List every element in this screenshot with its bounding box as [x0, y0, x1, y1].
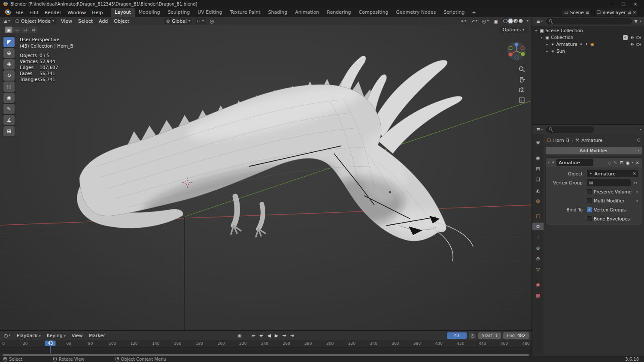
add-modifier-button[interactable]: Add Modifier ▾: [546, 147, 642, 154]
pin-icon[interactable]: ⊙: [637, 138, 641, 142]
outliner-row-collection[interactable]: ▾▣Collection✓: [532, 34, 644, 41]
tool-add-cube[interactable]: ⊞: [3, 126, 15, 136]
workspace-tab-rendering[interactable]: Rendering: [323, 8, 355, 17]
collection-checkbox[interactable]: ✓: [623, 35, 628, 40]
collection-expander-icon[interactable]: ▾: [540, 36, 544, 39]
frame-end-field[interactable]: End 482: [503, 332, 529, 339]
preserve-volume-checkbox[interactable]: [587, 189, 592, 194]
properties-tab-output[interactable]: ▤: [532, 165, 544, 172]
modifier-object-field[interactable]: ✶ Armature ×: [587, 170, 638, 177]
outliner-search-input[interactable]: [555, 19, 629, 24]
outliner-row-scene-collection[interactable]: ▾▣Scene Collection: [532, 27, 644, 34]
workspace-tab-shading[interactable]: Shading: [264, 8, 292, 17]
properties-tab-texture[interactable]: ▦: [532, 291, 544, 299]
show-viewport-toggle[interactable]: ⊡: [619, 160, 623, 165]
close-button[interactable]: ×: [633, 2, 638, 6]
mode-selector[interactable]: ▢ Object Mode ▾: [13, 18, 56, 24]
collection-camera-icon[interactable]: [636, 35, 641, 40]
viewport-menu-object[interactable]: Object: [111, 17, 132, 25]
gizmos-dropdown[interactable]: ↗ ▾: [470, 18, 479, 24]
workspace-tab-uv-editing[interactable]: UV Editing: [194, 8, 226, 17]
show-edit-mode-toggle[interactable]: ✎: [613, 160, 617, 165]
properties-tab-object[interactable]: ▢: [532, 212, 544, 220]
shading-wireframe-button[interactable]: [503, 19, 507, 23]
properties-tab-modifiers[interactable]: ⚙: [532, 223, 544, 230]
orientation-selector[interactable]: ◍ Global ▾: [164, 18, 192, 24]
viewport-menu-add[interactable]: Add: [96, 17, 111, 25]
workspace-tab-compositing[interactable]: Compositing: [355, 8, 392, 17]
modifier-extras-dropdown[interactable]: ▾: [632, 161, 634, 164]
vertex-groups-checkbox[interactable]: ✓: [587, 207, 592, 212]
transport-next-keyframe[interactable]: ↠: [282, 333, 286, 338]
current-frame-field[interactable]: 43: [447, 332, 467, 339]
delete-modifier-button[interactable]: ×: [635, 160, 640, 165]
collection-eye-icon[interactable]: [629, 35, 635, 40]
menu-render[interactable]: Render: [42, 9, 64, 17]
tool-move[interactable]: ✚: [3, 59, 15, 69]
show-render-toggle[interactable]: ◉: [626, 160, 630, 165]
timeline-ruler[interactable]: 0204060801001201401601802002202402602803…: [0, 340, 532, 347]
properties-tab-scene[interactable]: ◭: [532, 186, 544, 194]
timeline-editor-type-button[interactable]: ◷ ▾: [3, 332, 12, 339]
vertex-group-field[interactable]: ▤: [587, 179, 631, 186]
remove-viewlayer-icon[interactable]: ×: [633, 10, 636, 15]
workspace-tab-sculpting[interactable]: Sculpting: [164, 8, 194, 17]
transport-jump-to-start[interactable]: ⇤: [252, 333, 255, 338]
properties-tab-world[interactable]: ◍: [532, 197, 544, 205]
workspace-tab-scripting[interactable]: Scripting: [440, 8, 468, 17]
timeline-menu-keying[interactable]: Keying▾: [44, 332, 69, 340]
outliner-row-armature[interactable]: ▸✶Armature✶✦▣: [532, 41, 644, 48]
outliner-row-sun[interactable]: ▸☀Sun: [532, 48, 644, 54]
armature-eye-icon[interactable]: [629, 42, 635, 47]
tool-transform[interactable]: ◉: [3, 93, 15, 103]
outliner-search[interactable]: [546, 18, 632, 24]
transport-play-reverse[interactable]: ◀: [267, 333, 270, 338]
add-workspace-button[interactable]: +: [468, 9, 479, 17]
xray-toggle[interactable]: ▣: [492, 18, 499, 24]
breadcrumb-modifier[interactable]: Armature: [581, 138, 602, 143]
properties-tab-particles[interactable]: ∴: [532, 233, 544, 241]
pan-hand-icon[interactable]: [519, 76, 525, 83]
select-mode-extend[interactable]: ⊞: [13, 27, 21, 33]
properties-tab-render[interactable]: ◉: [532, 154, 544, 162]
frame-start-field[interactable]: Start 1: [478, 332, 501, 339]
zoom-icon[interactable]: [519, 66, 525, 72]
workspace-tab-modeling[interactable]: Modeling: [135, 8, 164, 17]
properties-options-dropdown[interactable]: ▾: [640, 128, 641, 131]
transport-prev-keyframe[interactable]: ↞: [259, 333, 263, 338]
select-mode-set[interactable]: ▣: [5, 27, 12, 33]
sun-expander-icon[interactable]: ▸: [545, 49, 549, 53]
select-mode-subtract[interactable]: ⊟: [21, 27, 29, 33]
shading-material-button[interactable]: [513, 19, 518, 23]
viewport-menu-select[interactable]: Select: [75, 17, 96, 25]
timeline-menu-view[interactable]: View: [69, 332, 86, 340]
filter-icon[interactable]: ▼: [634, 19, 638, 24]
properties-search[interactable]: [546, 127, 594, 133]
proportional-editing-toggle[interactable]: ◎: [209, 18, 216, 24]
properties-tab-view-layer[interactable]: ❏: [532, 175, 544, 183]
properties-search-input[interactable]: [555, 127, 591, 132]
transport-play[interactable]: ▶: [275, 333, 278, 338]
bone-envelopes-checkbox[interactable]: [587, 216, 592, 221]
minimize-button[interactable]: ─: [609, 2, 614, 6]
shading-solid-button[interactable]: [508, 19, 513, 23]
select-mode-intersect[interactable]: ⊠: [30, 27, 37, 33]
ortho-grid-icon[interactable]: [519, 97, 525, 103]
modifier-name-field[interactable]: Armature: [556, 159, 593, 166]
tool-cursor[interactable]: ⊕: [3, 48, 15, 58]
multi-modifier-checkbox[interactable]: [587, 198, 592, 203]
invert-vertex-group-icon[interactable]: ↔: [632, 180, 638, 185]
tool-annotate[interactable]: ✎: [3, 104, 15, 114]
timeline-menu-playback[interactable]: Playback▾: [14, 332, 44, 340]
clear-object-icon[interactable]: ×: [633, 171, 636, 176]
outliner-options-dropdown[interactable]: ▾: [640, 20, 641, 23]
blender-logo-icon[interactable]: [4, 9, 11, 16]
tool-rotate[interactable]: ↻: [3, 70, 15, 81]
dragon-model[interactable]: [0, 25, 532, 330]
animate-dot-icon[interactable]: •: [636, 198, 638, 203]
camera-view-icon[interactable]: [519, 87, 525, 93]
properties-tab-tool[interactable]: ⚒: [532, 139, 544, 147]
scene-collection-expander-icon[interactable]: ▾: [534, 29, 538, 33]
overlays-dropdown[interactable]: ◎ ▾: [481, 18, 490, 24]
timeline-menu-marker[interactable]: Marker: [86, 332, 108, 340]
